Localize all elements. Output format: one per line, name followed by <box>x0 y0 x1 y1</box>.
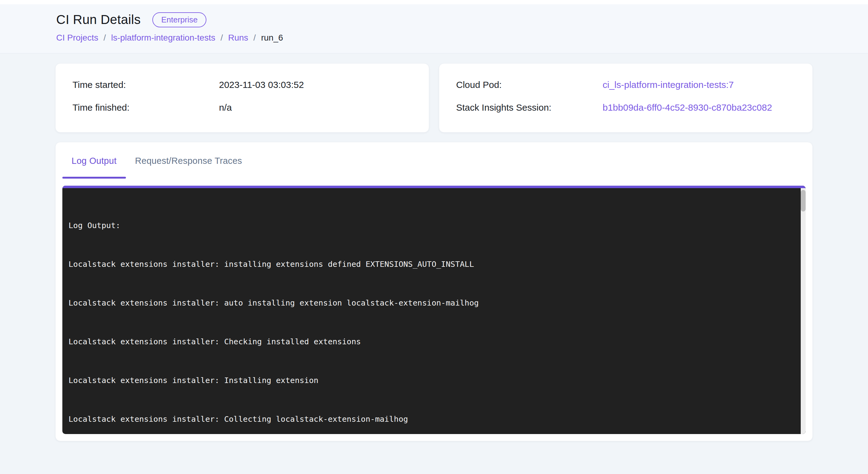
time-started-label: Time started: <box>72 80 219 90</box>
tab-request-response-traces[interactable]: Request/Response Traces <box>126 149 252 179</box>
log-output-terminal[interactable]: Log Output: Localstack extensions instal… <box>62 186 806 434</box>
stack-insights-session-row: Stack Insights Session: b1bb09da-6ff0-4c… <box>456 102 796 113</box>
session-card: Cloud Pod: ci_ls-platform-integration-te… <box>439 63 813 132</box>
log-line: Localstack extensions installer: auto in… <box>68 296 792 309</box>
top-strip <box>0 0 868 4</box>
tab-log-output[interactable]: Log Output <box>62 149 126 179</box>
time-started-value: 2023-11-03 03:03:52 <box>219 80 304 90</box>
main-content: Time started: 2023-11-03 03:03:52 Time f… <box>0 54 868 441</box>
stack-insights-session-link[interactable]: b1bb09da-6ff0-4c52-8930-c870ba23c082 <box>602 102 772 113</box>
breadcrumb-separator: / <box>220 33 223 43</box>
cloud-pod-link[interactable]: ci_ls-platform-integration-tests:7 <box>602 80 734 90</box>
log-line: Localstack extensions installer: Install… <box>68 374 792 387</box>
time-finished-value: n/a <box>219 102 232 113</box>
breadcrumb-separator: / <box>103 33 106 43</box>
cloud-pod-label: Cloud Pod: <box>456 80 602 90</box>
run-times-card: Time started: 2023-11-03 03:03:52 Time f… <box>55 63 429 132</box>
log-line: Localstack extensions installer: Collect… <box>68 413 792 425</box>
log-line: Log Output: <box>68 219 792 232</box>
page-title: CI Run Details <box>56 12 141 27</box>
terminal-scrollbar-thumb[interactable] <box>801 190 806 211</box>
terminal-accent-bar <box>62 186 806 188</box>
terminal-log-text: Log Output: Localstack extensions instal… <box>62 188 806 434</box>
enterprise-badge: Enterprise <box>152 12 207 27</box>
cloud-pod-row: Cloud Pod: ci_ls-platform-integration-te… <box>456 80 796 90</box>
terminal-scrollbar-track[interactable] <box>801 188 806 434</box>
log-line: Localstack extensions installer: Checkin… <box>68 335 792 348</box>
breadcrumb: CI Projects / ls-platform-integration-te… <box>56 33 813 43</box>
breadcrumb-runs[interactable]: Runs <box>228 33 248 43</box>
breadcrumb-current-run: run_6 <box>261 33 283 43</box>
time-finished-row: Time finished: n/a <box>72 102 412 113</box>
time-finished-label: Time finished: <box>72 102 219 113</box>
stack-insights-session-label: Stack Insights Session: <box>456 102 602 113</box>
breadcrumb-project[interactable]: ls-platform-integration-tests <box>111 33 215 43</box>
log-line: Localstack extensions installer: install… <box>68 258 792 270</box>
time-started-row: Time started: 2023-11-03 03:03:52 <box>72 80 412 90</box>
page-header: CI Run Details Enterprise CI Projects / … <box>0 4 868 54</box>
breadcrumb-ci-projects[interactable]: CI Projects <box>56 33 98 43</box>
log-output-card: Log Output Request/Response Traces Log O… <box>55 142 813 441</box>
breadcrumb-separator: / <box>253 33 256 43</box>
tab-bar: Log Output Request/Response Traces <box>62 149 806 179</box>
